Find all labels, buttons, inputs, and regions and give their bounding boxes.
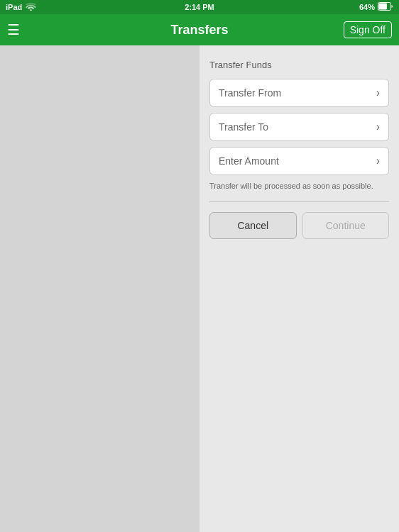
continue-button[interactable]: Continue	[302, 212, 390, 239]
hamburger-menu-icon[interactable]: ☰	[7, 23, 20, 37]
svg-point-0	[31, 9, 32, 11]
sign-off-button[interactable]: Sign Off	[344, 21, 392, 38]
section-title: Transfer Funds	[209, 60, 389, 70]
enter-amount-field[interactable]: Enter Amount ›	[209, 147, 389, 175]
cancel-button[interactable]: Cancel	[209, 212, 297, 239]
nav-title: Transfers	[170, 23, 228, 38]
device-label: iPad	[6, 3, 22, 11]
battery-percent-label: 64%	[359, 3, 375, 11]
transfer-from-label: Transfer From	[219, 87, 281, 99]
transfer-to-field[interactable]: Transfer To ›	[209, 113, 389, 141]
status-bar-left: iPad	[6, 3, 36, 12]
transfer-from-chevron-icon: ›	[376, 87, 380, 99]
divider	[209, 201, 389, 202]
transfer-to-chevron-icon: ›	[376, 121, 380, 133]
wifi-icon	[26, 3, 36, 12]
enter-amount-chevron-icon: ›	[376, 155, 380, 167]
nav-bar: ☰ Transfers Sign Off	[0, 14, 399, 45]
left-panel	[0, 45, 200, 532]
status-bar-time: 2:14 PM	[185, 3, 214, 11]
transfer-to-label: Transfer To	[219, 121, 268, 133]
transfer-from-field[interactable]: Transfer From ›	[209, 79, 389, 107]
main-content: Transfer Funds Transfer From › Transfer …	[0, 45, 399, 532]
right-panel: Transfer Funds Transfer From › Transfer …	[200, 45, 399, 532]
battery-icon	[378, 2, 393, 12]
svg-rect-2	[379, 4, 388, 10]
button-row: Cancel Continue	[209, 212, 389, 239]
status-bar: iPad 2:14 PM 64%	[0, 0, 399, 14]
enter-amount-label: Enter Amount	[219, 155, 279, 167]
status-bar-right: 64%	[359, 2, 393, 12]
info-text: Transfer will be processed as soon as po…	[209, 181, 389, 192]
